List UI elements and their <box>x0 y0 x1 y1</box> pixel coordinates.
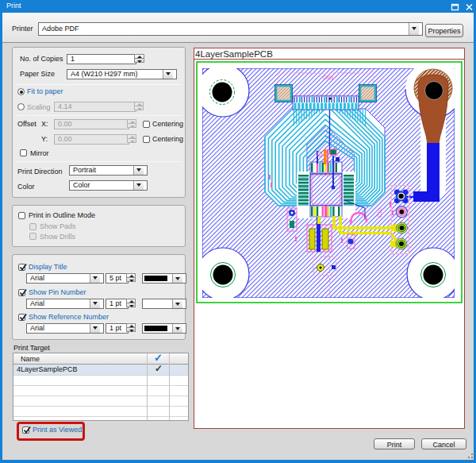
svg-text:4LayerSamplePCB: 4LayerSamplePCB <box>195 49 273 59</box>
svg-text:CN1: CN1 <box>323 75 334 80</box>
svg-text:C10: C10 <box>377 208 382 218</box>
